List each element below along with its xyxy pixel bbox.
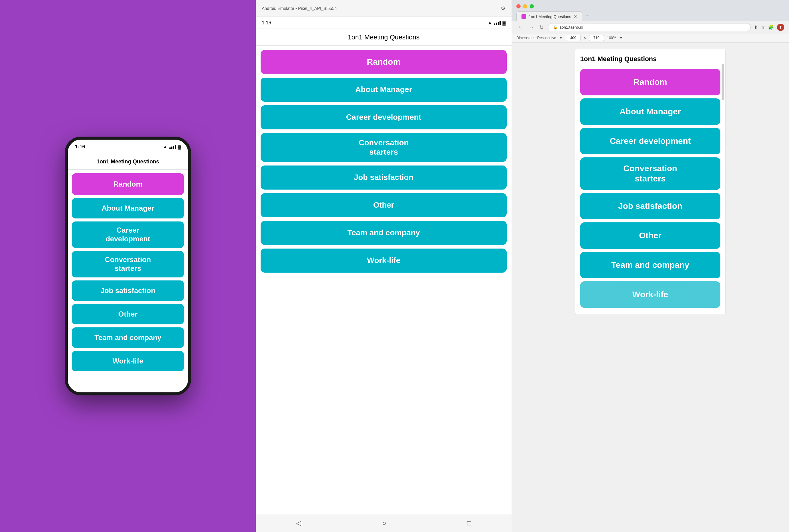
browser-btn-career-development[interactable]: Career development: [580, 128, 720, 154]
browser-refresh-button[interactable]: ↻: [538, 23, 545, 31]
android-back-button[interactable]: ◁: [296, 519, 301, 527]
android-title-bar: Android Emulator - Pixel_4_API_S:5554 ⚙: [256, 0, 512, 17]
ios-status-bar: 1:16 ▲ ▓: [68, 140, 188, 154]
android-btn-conversation-starters[interactable]: Conversationstarters: [261, 133, 507, 162]
browser-share-icon[interactable]: ⬆: [754, 24, 758, 30]
browser-forward-button[interactable]: →: [527, 23, 535, 31]
browser-chrome: 1on1 Meeting Questions ✕ + ← → ↻ 🔒 1on1.…: [512, 0, 789, 43]
android-menu-list: Random About Manager Career development …: [256, 46, 512, 514]
ios-time: 1:16: [75, 144, 85, 150]
browser-extensions-icon[interactable]: 🧩: [768, 24, 774, 30]
browser-bookmark-icon[interactable]: ☆: [761, 24, 765, 30]
ios-status-icons: ▲ ▓: [163, 144, 181, 150]
maximize-button[interactable]: [530, 4, 534, 8]
ios-nav-bar: 1on1 Meeting Questions: [68, 154, 188, 170]
android-section: Android Emulator - Pixel_4_API_S:5554 ⚙ …: [256, 0, 512, 532]
dimensions-label: Dimensions: Responsive: [516, 36, 556, 40]
zoom-label: 100%: [607, 36, 616, 40]
ios-btn-conversation-starters[interactable]: Conversationstarters: [72, 251, 184, 278]
new-tab-button[interactable]: +: [582, 11, 592, 21]
android-btn-random[interactable]: Random: [261, 50, 507, 74]
android-battery-icon: ▓: [502, 20, 505, 25]
browser-dimensions-bar: Dimensions: Responsive ▼ × 100% ▼: [512, 33, 789, 43]
height-input[interactable]: [589, 35, 604, 41]
ios-menu-list: Random About Manager Careerdevelopment C…: [68, 170, 188, 392]
android-signal-icon: [494, 21, 501, 25]
dimensions-dropdown-icon[interactable]: ▼: [559, 36, 563, 40]
android-btn-job-satisfaction[interactable]: Job satisfaction: [261, 166, 507, 190]
battery-icon: ▓: [178, 145, 181, 149]
android-status-bar: 1:16 ▲ ▓: [256, 17, 512, 29]
close-button[interactable]: [516, 4, 521, 8]
dimensions-x-label: ×: [584, 36, 586, 40]
browser-window-controls: [512, 0, 789, 11]
browser-section: 1on1 Meeting Questions ✕ + ← → ↻ 🔒 1on1.…: [512, 0, 789, 532]
ios-btn-random[interactable]: Random: [72, 173, 184, 195]
android-nav-title: 1on1 Meeting Questions: [348, 33, 420, 41]
ios-btn-career-development[interactable]: Careerdevelopment: [72, 222, 184, 248]
browser-btn-about-manager[interactable]: About Manager: [580, 98, 720, 125]
browser-scrollbar[interactable]: [721, 64, 724, 100]
browser-viewport: 1on1 Meeting Questions Random About Mana…: [512, 43, 789, 532]
ios-btn-team-and-company[interactable]: Team and company: [72, 327, 184, 348]
android-btn-team-and-company[interactable]: Team and company: [261, 221, 507, 245]
browser-btn-conversation-starters[interactable]: Conversationstarters: [580, 157, 720, 190]
tab-title: 1on1 Meeting Questions: [529, 15, 571, 19]
android-btn-career-development[interactable]: Career development: [261, 105, 507, 129]
browser-btn-team-and-company[interactable]: Team and company: [580, 252, 720, 278]
browser-page-title: 1on1 Meeting Questions: [580, 55, 720, 66]
browser-back-button[interactable]: ←: [516, 23, 524, 31]
android-nav-buttons: ◁ ○ □: [256, 514, 512, 532]
android-recents-button[interactable]: □: [467, 519, 471, 527]
browser-btn-work-life[interactable]: Work-life: [580, 281, 720, 308]
ios-btn-job-satisfaction[interactable]: Job satisfaction: [72, 281, 184, 301]
signal-icon: [169, 145, 176, 149]
android-home-button[interactable]: ○: [382, 519, 386, 527]
address-bar[interactable]: 🔒 1on1.taeho.io: [548, 23, 751, 31]
ios-phone-section: 1:16 ▲ ▓ 1on1 Meeting Questions Random: [0, 0, 256, 532]
android-settings-icon[interactable]: ⚙: [501, 5, 505, 12]
android-status-icons: ▲ ▓: [487, 20, 505, 25]
android-wifi-icon: ▲: [487, 20, 492, 25]
browser-profile-icon[interactable]: T: [777, 24, 784, 31]
browser-btn-other[interactable]: Other: [580, 222, 720, 249]
zoom-dropdown-icon[interactable]: ▼: [619, 36, 623, 40]
browser-btn-job-satisfaction[interactable]: Job satisfaction: [580, 193, 720, 220]
android-nav-bar: 1on1 Meeting Questions: [256, 29, 512, 46]
ios-btn-work-life[interactable]: Work-life: [72, 351, 184, 371]
phone-frame: 1:16 ▲ ▓ 1on1 Meeting Questions Random: [65, 137, 191, 395]
wifi-icon: ▲: [163, 144, 168, 150]
android-btn-other[interactable]: Other: [261, 193, 507, 217]
android-btn-about-manager[interactable]: About Manager: [261, 78, 507, 102]
ios-nav-title: 1on1 Meeting Questions: [97, 158, 159, 165]
android-btn-work-life[interactable]: Work-life: [261, 249, 507, 273]
tab-close-button[interactable]: ✕: [574, 14, 577, 19]
android-time: 1:16: [262, 20, 271, 25]
browser-tab-bar: 1on1 Meeting Questions ✕ +: [512, 11, 789, 21]
browser-page-content: 1on1 Meeting Questions Random About Mana…: [575, 49, 726, 314]
android-emulator-title: Android Emulator - Pixel_4_API_S:5554: [262, 6, 337, 11]
tab-favicon: [521, 14, 526, 19]
browser-active-tab[interactable]: 1on1 Meeting Questions ✕: [516, 12, 582, 21]
url-text: 1on1.taeho.io: [559, 25, 583, 30]
width-input[interactable]: [566, 35, 581, 41]
ios-btn-other[interactable]: Other: [72, 304, 184, 324]
browser-btn-random[interactable]: Random: [580, 69, 720, 95]
lock-icon: 🔒: [553, 25, 558, 30]
minimize-button[interactable]: [523, 4, 527, 8]
browser-address-bar-row: ← → ↻ 🔒 1on1.taeho.io ⬆ ☆ 🧩 T: [512, 21, 789, 33]
ios-btn-about-manager[interactable]: About Manager: [72, 198, 184, 218]
